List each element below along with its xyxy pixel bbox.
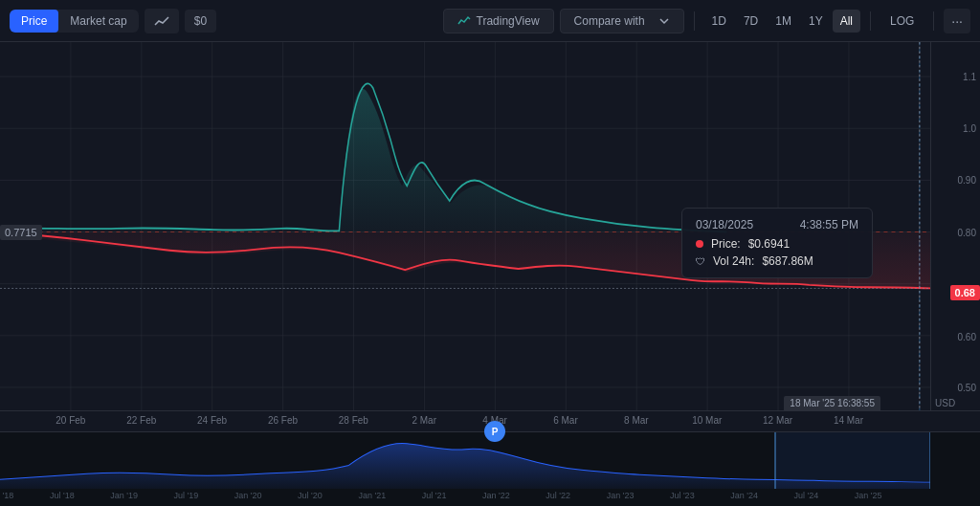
x-label-12mar: 12 Mar — [763, 415, 792, 426]
x-label-8mar: 8 Mar — [624, 415, 649, 426]
y-axis: 1.1 1.0 0.90 0.80 0.68 0.60 0.50 USD — [930, 42, 980, 410]
tooltip-price-value: $0.6941 — [748, 237, 790, 251]
x-label-26feb: 26 Feb — [268, 415, 298, 426]
date-stamp: 18 Mar '25 16:38:55 — [784, 396, 880, 410]
mini-x-jan21: Jan '21 — [358, 491, 386, 500]
mini-x-labels: Jan '18 Jul '18 Jan '19 Jul '19 Jan '20 … — [0, 489, 930, 506]
separator-1 — [694, 11, 695, 31]
tradingview-btn[interactable]: TradingView — [443, 9, 554, 33]
value-display-btn[interactable]: $0 — [185, 10, 216, 33]
time-all[interactable]: All — [833, 10, 860, 33]
tooltip-vol-row: 🛡 Vol 24h: $687.86M — [696, 254, 858, 268]
time-1y[interactable]: 1Y — [801, 10, 831, 33]
mini-x-jan23: Jan '23 — [607, 491, 635, 500]
mini-chart-svg — [0, 432, 930, 489]
x-label-28feb: 28 Feb — [339, 415, 368, 426]
tooltip-date: 03/18/2025 4:38:55 PM — [696, 218, 858, 231]
mini-x-jul21: Jul '21 — [422, 491, 447, 500]
mini-x-jul24: Jul '24 — [794, 491, 819, 500]
mini-x-jan19: Jan '19 — [110, 491, 138, 500]
chevron-down-icon — [658, 15, 670, 27]
tooltip-price-dot — [696, 240, 703, 248]
x-label-22feb: 22 Feb — [126, 415, 156, 426]
mini-spacer — [930, 489, 980, 506]
more-btn[interactable]: ··· — [944, 9, 970, 33]
current-price-badge: 0.68 — [950, 285, 980, 300]
y-label-0-50: 0.50 — [958, 383, 976, 393]
mini-x-jan24: Jan '24 — [730, 491, 758, 500]
time-group: 1D 7D 1M 1Y All — [704, 10, 860, 33]
time-1m[interactable]: 1M — [768, 10, 799, 33]
mini-x-jan25: Jan '25 — [855, 491, 882, 500]
separator-2 — [870, 11, 871, 31]
y-label-0-60: 0.60 — [958, 332, 976, 342]
x-axis-labels: 20 Feb 22 Feb 24 Feb 26 Feb 28 Feb 2 Mar… — [0, 411, 930, 431]
tradingview-icon — [457, 14, 471, 28]
tooltip: 03/18/2025 4:38:55 PM Price: $0.6941 🛡 V… — [681, 208, 873, 278]
line-chart-icon — [154, 13, 169, 29]
mini-x-jul23: Jul '23 — [670, 491, 695, 500]
x-label-14mar: 14 Mar — [834, 415, 863, 426]
chart-canvas: 0.7715 03/18/2025 4:38:55 PM Price: $0.6… — [0, 42, 930, 410]
tooltip-date-text: 03/18/2025 — [696, 218, 753, 231]
mini-x-jul18: Jul '18 — [50, 491, 75, 500]
mini-x-jan22: Jan '22 — [482, 491, 510, 500]
log-btn[interactable]: LOG — [880, 10, 924, 33]
svg-rect-23 — [775, 432, 930, 489]
mini-x-jan20: Jan '20 — [234, 491, 262, 500]
separator-3 — [933, 11, 934, 31]
value-display-text: $0 — [194, 14, 207, 28]
toolbar: Price Market cap $0 TradingView Compare … — [0, 0, 980, 42]
mini-x-jul19: Jul '19 — [174, 491, 199, 500]
mini-x-jul20: Jul '20 — [298, 491, 323, 500]
tooltip-vol-label: Vol 24h: — [713, 254, 754, 268]
p-badge[interactable]: P — [484, 421, 505, 442]
main-chart-area: 0.7715 03/18/2025 4:38:55 PM Price: $0.6… — [0, 42, 980, 410]
mini-chart-spacer — [930, 432, 980, 489]
compare-label: Compare with — [574, 14, 645, 28]
y-label-1-1: 1.1 — [963, 72, 976, 82]
x-label-20feb: 20 Feb — [56, 415, 85, 426]
tooltip-vol-value: $687.86M — [762, 254, 813, 268]
line-type-btn[interactable] — [145, 9, 179, 33]
y-label-1-0: 1.0 — [963, 123, 976, 134]
tradingview-label: TradingView — [477, 14, 540, 28]
chart-wrapper: 0.7715 03/18/2025 4:38:55 PM Price: $0.6… — [0, 42, 980, 506]
mini-x-jan18: Jan '18 — [0, 491, 13, 500]
usd-label: USD — [935, 398, 955, 408]
tooltip-price-row: Price: $0.6941 — [696, 237, 858, 251]
time-7d[interactable]: 7D — [736, 10, 766, 33]
tooltip-price-label: Price: — [711, 237, 741, 251]
x-label-2mar: 2 Mar — [412, 415, 436, 426]
y-label-0-80: 0.80 — [958, 227, 976, 237]
x-label-6mar: 6 Mar — [553, 415, 578, 426]
tooltip-time-text: 4:38:55 PM — [800, 218, 858, 231]
time-1d[interactable]: 1D — [704, 10, 734, 33]
x-axis: 20 Feb 22 Feb 24 Feb 26 Feb 28 Feb 2 Mar… — [0, 410, 980, 431]
x-label-24feb: 24 Feb — [197, 415, 227, 426]
tooltip-vol-icon: 🛡 — [696, 256, 705, 267]
x-label-10mar: 10 Mar — [692, 415, 722, 426]
mini-x-jul22: Jul '22 — [546, 491, 570, 500]
mini-x-axis: Jan '18 Jul '18 Jan '19 Jul '19 Jan '20 … — [0, 489, 980, 506]
y-label-0-90: 0.90 — [958, 175, 976, 186]
marketcap-btn[interactable]: Market cap — [58, 10, 138, 33]
left-value-label: 0.7715 — [0, 225, 42, 240]
compare-btn[interactable]: Compare with — [560, 9, 684, 33]
price-btn[interactable]: Price — [10, 10, 58, 33]
view-toggle: Price Market cap — [10, 10, 139, 33]
